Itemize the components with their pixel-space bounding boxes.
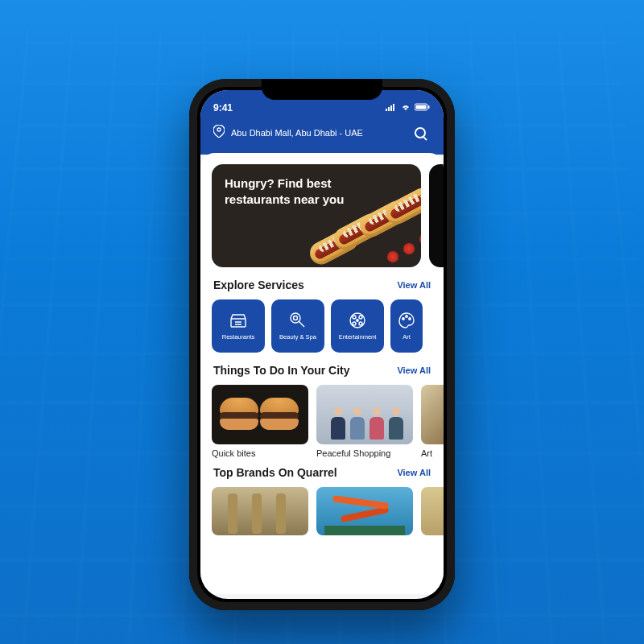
brands-title: Top Brands On Quarrel (213, 466, 337, 479)
card-image-shopping (316, 385, 413, 444)
brands-view-all[interactable]: View All (397, 468, 431, 477)
status-bar: 9:41 (213, 98, 431, 118)
app-header: 9:41 Abu Dhabi Mall, Abu Dhabi - UAE (200, 90, 444, 155)
phone-frame: 9:41 Abu Dhabi Mall, Abu Dhabi - UAE Hun… (189, 79, 455, 610)
svg-rect-2 (390, 105, 392, 111)
card-quick-bites[interactable]: Quick bites (212, 385, 308, 458)
brand-card-3[interactable] (421, 487, 444, 535)
svg-rect-6 (428, 105, 430, 109)
card-label: Art (421, 448, 444, 458)
search-icon (415, 127, 426, 138)
tile-beauty[interactable]: Beauty & Spa (271, 299, 324, 353)
brands-header: Top Brands On Quarrel View All (213, 466, 431, 479)
things-header: Things To Do In Your City View All (213, 364, 431, 377)
card-art[interactable]: Art (421, 385, 444, 458)
svg-point-16 (357, 320, 358, 321)
svg-point-12 (353, 316, 356, 319)
explore-title: Explore Services (213, 279, 304, 291)
svg-point-10 (294, 316, 298, 320)
explore-header: Explore Services View All (213, 279, 431, 291)
content-sheet: Hungry? Find best restaurants near you (200, 153, 444, 594)
svg-point-14 (353, 322, 356, 325)
explore-view-all[interactable]: View All (397, 280, 431, 290)
svg-rect-3 (393, 104, 394, 111)
tile-label: Art (402, 334, 411, 341)
wifi-icon (400, 102, 411, 114)
card-image-art (421, 385, 444, 444)
tile-art[interactable]: Art (390, 299, 423, 353)
search-button[interactable] (410, 122, 431, 143)
tile-restaurants[interactable]: Restaurants (212, 299, 265, 353)
art-icon (397, 311, 416, 330)
beauty-icon (288, 311, 308, 330)
things-title: Things To Do In Your City (213, 364, 350, 377)
tile-entertainment[interactable]: Entertainment (331, 299, 384, 353)
entertainment-icon (348, 311, 367, 330)
svg-point-19 (409, 318, 411, 320)
tile-label: Entertainment (339, 334, 377, 341)
tile-label: Restaurants (222, 334, 254, 341)
phone-notch (262, 79, 382, 100)
battery-icon (415, 102, 431, 114)
things-view-all[interactable]: View All (397, 365, 431, 375)
things-cards[interactable]: Quick bites Peaceful Shopping Art (212, 385, 432, 458)
card-image-burgers (212, 385, 308, 444)
card-label: Peaceful Shopping (316, 448, 413, 458)
svg-point-13 (359, 316, 362, 319)
svg-point-15 (359, 322, 362, 325)
restaurant-icon (229, 311, 248, 330)
status-time: 9:41 (213, 102, 233, 114)
svg-rect-1 (388, 107, 390, 111)
tile-label: Beauty & Spa (279, 334, 316, 341)
location-row[interactable]: Abu Dhabi Mall, Abu Dhabi - UAE (213, 122, 431, 143)
svg-rect-0 (386, 109, 387, 111)
hero-card-food[interactable]: Hungry? Find best restaurants near you (212, 164, 421, 267)
svg-point-17 (402, 318, 404, 320)
status-indicators (386, 102, 431, 114)
explore-tiles[interactable]: Restaurants Beauty & Spa Entertainment A… (212, 299, 432, 353)
location-text: Abu Dhabi Mall, Abu Dhabi - UAE (231, 128, 403, 138)
brands-cards[interactable] (212, 487, 432, 535)
svg-rect-8 (231, 319, 246, 327)
hero-card-next[interactable] (429, 164, 444, 267)
card-label: Quick bites (212, 448, 308, 458)
hero-text: Hungry? Find best restaurants near you (225, 175, 345, 208)
svg-point-7 (217, 128, 221, 131)
svg-rect-5 (416, 105, 427, 109)
brand-card-1[interactable] (212, 487, 308, 535)
location-pin-icon (213, 125, 225, 141)
svg-point-18 (406, 316, 407, 317)
hero-carousel[interactable]: Hungry? Find best restaurants near you (212, 164, 432, 267)
app-screen: 9:41 Abu Dhabi Mall, Abu Dhabi - UAE Hun… (200, 90, 444, 599)
brand-card-2[interactable] (316, 487, 413, 535)
signal-icon (386, 102, 397, 114)
card-shopping[interactable]: Peaceful Shopping (316, 385, 413, 458)
